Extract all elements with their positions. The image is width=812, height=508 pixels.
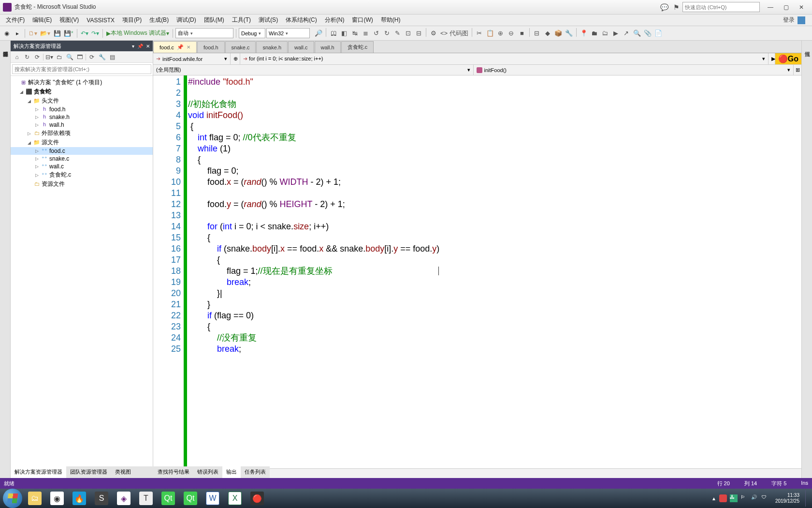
tb-icon-17[interactable]: ■ [517, 28, 527, 39]
close-tab-icon[interactable]: ✕ [187, 45, 190, 50]
task-sublime[interactable]: S [91, 490, 112, 507]
task-qt1[interactable]: Qt [158, 490, 179, 507]
tray-arrow-icon[interactable]: ▲ [711, 496, 716, 501]
tab-snake-h[interactable]: snake.h [256, 41, 288, 53]
tb-icon-4[interactable]: ↹ [350, 28, 360, 39]
undo-button[interactable]: ↶▾ [80, 28, 89, 39]
close-panel-icon[interactable]: ✕ [146, 44, 150, 49]
task-vs[interactable]: ◈ [113, 490, 134, 507]
tb-icon-27[interactable]: 🔍 [632, 28, 642, 39]
start-button[interactable] [2, 490, 23, 507]
menu-architecture[interactable]: 体系结构(C) [282, 15, 321, 25]
solution-search-input[interactable] [12, 64, 151, 74]
tb-icon-2[interactable]: 🕮 [329, 28, 338, 39]
menu-tools[interactable]: 工具(T) [228, 15, 255, 25]
menu-vassistx[interactable]: VASSISTX [83, 16, 118, 25]
tb-icon-19[interactable]: ◆ [543, 28, 552, 39]
menu-edit[interactable]: 编辑(E) [29, 15, 56, 25]
nav-back-button[interactable]: ◉ [2, 28, 12, 39]
minimize-button[interactable]: — [763, 1, 778, 13]
task-huorong[interactable]: 🔥 [69, 490, 90, 507]
menu-test[interactable]: 测试(S) [255, 15, 282, 25]
tb-icon-6[interactable]: ↺ [371, 28, 381, 39]
nav-go-to[interactable]: ⊕ [231, 53, 240, 64]
login-button[interactable]: 登录 [778, 15, 810, 25]
tab-toolbox[interactable]: 工具箱 [0, 45, 1, 478]
tb-icon-13[interactable]: ✂ [475, 28, 484, 39]
menu-window[interactable]: 窗口(W) [348, 15, 377, 25]
tb-icon-1[interactable]: 🔎 [314, 28, 323, 39]
menu-debug[interactable]: 调试(D) [173, 15, 200, 25]
tb-icon-16[interactable]: ⊖ [507, 28, 516, 39]
bt-output[interactable]: 输出 [222, 466, 241, 478]
tb-icon-22[interactable]: 📍 [579, 28, 589, 39]
save-button[interactable]: 💾 [52, 28, 62, 39]
task-chrome[interactable]: ◉ [46, 490, 68, 507]
tb-icon-10[interactable]: ⊟ [414, 28, 423, 39]
task-excel[interactable]: X [224, 490, 246, 507]
tab-food-h[interactable]: food.h [197, 41, 225, 53]
tb-icon-20[interactable]: 📦 [553, 28, 563, 39]
tab-properties[interactable]: 属性 [803, 45, 812, 478]
task-explorer[interactable]: 🗂 [24, 490, 45, 507]
tab-wall-c[interactable]: wall.c [288, 41, 314, 53]
tb-icon-3[interactable]: ◧ [339, 28, 349, 39]
menu-file[interactable]: 文件(F) [2, 15, 29, 25]
show-desktop-button[interactable] [805, 490, 810, 507]
menu-view[interactable]: 视图(V) [56, 15, 83, 25]
menu-analyze[interactable]: 分析(N) [321, 15, 348, 25]
tb-icon-24[interactable]: 🗂 [600, 28, 610, 39]
collapse-icon[interactable]: ⊟▾ [45, 53, 54, 61]
quick-launch-input[interactable] [682, 2, 760, 12]
go-button[interactable]: 🔴Go [775, 53, 801, 64]
tb-icon-18[interactable]: ⊟ [532, 28, 542, 39]
tb-icon-14[interactable]: 📋 [485, 28, 495, 39]
dropdown-icon[interactable]: ▾ [132, 44, 134, 49]
close-button[interactable]: ✕ [794, 1, 809, 13]
tb-icon-29[interactable]: 📄 [653, 28, 663, 39]
flag-icon[interactable]: ⚑ [673, 3, 680, 11]
clock[interactable]: 11:33 2019/12/25 [772, 493, 802, 504]
showall-icon[interactable]: 🗀 [55, 53, 64, 61]
split-button[interactable]: ⊞ [794, 65, 801, 75]
nav-fwd-button[interactable]: ▸ [13, 28, 22, 39]
tb-icon-8[interactable]: ✎ [392, 28, 402, 39]
open-button[interactable]: 📂▾ [39, 28, 51, 39]
nav-arrow[interactable]: ▶ [768, 53, 775, 64]
pin-icon[interactable]: 📌 [177, 44, 184, 50]
bt-task-list[interactable]: 任务列表 [241, 466, 270, 478]
preview-icon[interactable]: 🗖 [75, 53, 84, 61]
solution-tree[interactable]: ⊞解决方案 "贪食蛇" (1 个项目) ◢⬛贪食蛇 ◢📁头文件 ▷hfood.h… [11, 76, 153, 478]
bt-class-view[interactable]: 类视图 [111, 466, 135, 478]
pin-icon[interactable]: 📌 [137, 44, 143, 49]
tab-wall-h[interactable]: wall.h [315, 41, 341, 53]
sync-icon[interactable]: ⟳ [33, 53, 42, 61]
tb-icon-11[interactable]: ⚙ [429, 28, 438, 39]
tb-icon-7[interactable]: ↻ [382, 28, 392, 39]
nav-scope-2[interactable]: ➜ for (int i = 0; i< snake::size; i++)▾ [240, 53, 768, 64]
bt-solution-explorer[interactable]: 解决方案资源管理器 [11, 466, 66, 478]
bt-find-symbols[interactable]: 查找符号结果 [154, 466, 193, 478]
tab-server-explorer[interactable]: 服务器资源管理器 [1, 45, 10, 478]
code-content[interactable]: #include "food.h" //初始化食物void initFood()… [187, 75, 801, 468]
tb-icon-9[interactable]: ⊡ [403, 28, 413, 39]
properties-icon[interactable]: 🔍 [65, 53, 74, 61]
menu-build[interactable]: 生成(B) [145, 15, 173, 25]
feedback-icon[interactable]: 💬 [660, 3, 668, 11]
tb-icon-25[interactable]: ▶ [611, 28, 621, 39]
tb-icon-5[interactable]: ≣ [361, 28, 370, 39]
new-button[interactable]: 🗋▾ [28, 28, 38, 39]
task-word[interactable]: W [202, 490, 223, 507]
tb-icon-21[interactable]: 🔧 [564, 28, 574, 39]
tab-main-c[interactable]: 贪食蛇.c [341, 41, 374, 53]
scope-global[interactable]: (全局范围)▾ [153, 65, 474, 75]
tab-snake-c[interactable]: snake.c [225, 41, 256, 53]
menu-team[interactable]: 团队(M) [200, 15, 228, 25]
filter-icon[interactable]: ▤ [108, 53, 116, 61]
tb-icon-26[interactable]: ↗ [622, 28, 631, 39]
tb-icon-12[interactable]: <> 代码图 [439, 28, 469, 39]
bt-error-list[interactable]: 错误列表 [193, 466, 222, 478]
start-debug-button[interactable]: ▶ 本地 Windows 调试器 ▾ [105, 28, 170, 39]
tb-icon-15[interactable]: ⊕ [496, 28, 506, 39]
tab-food-c[interactable]: food.c📌✕ [153, 41, 197, 53]
